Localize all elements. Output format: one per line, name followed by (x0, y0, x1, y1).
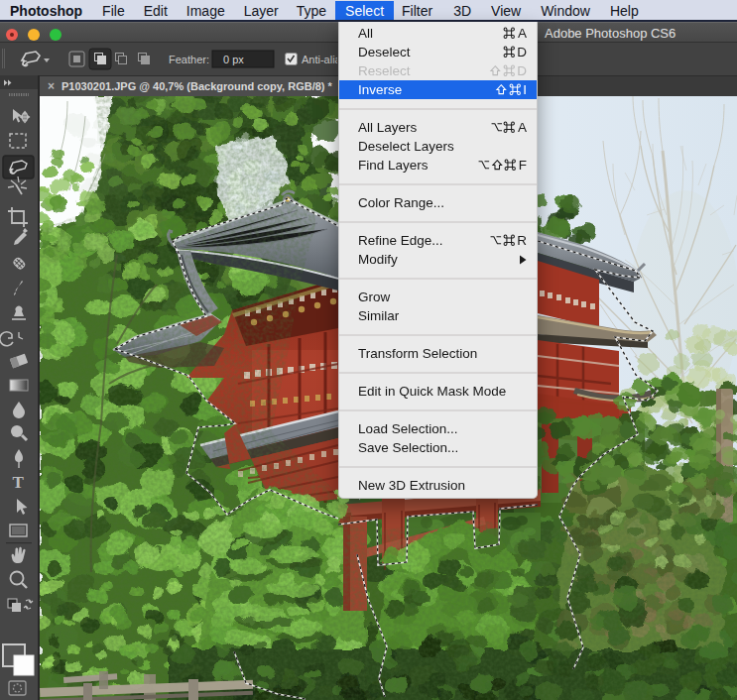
svg-text:Feather:: Feather: (169, 54, 209, 65)
svg-text:0 px: 0 px (223, 54, 244, 65)
svg-text:Anti-alia: Anti-alia (302, 54, 337, 65)
svg-text:T: T (13, 473, 25, 492)
